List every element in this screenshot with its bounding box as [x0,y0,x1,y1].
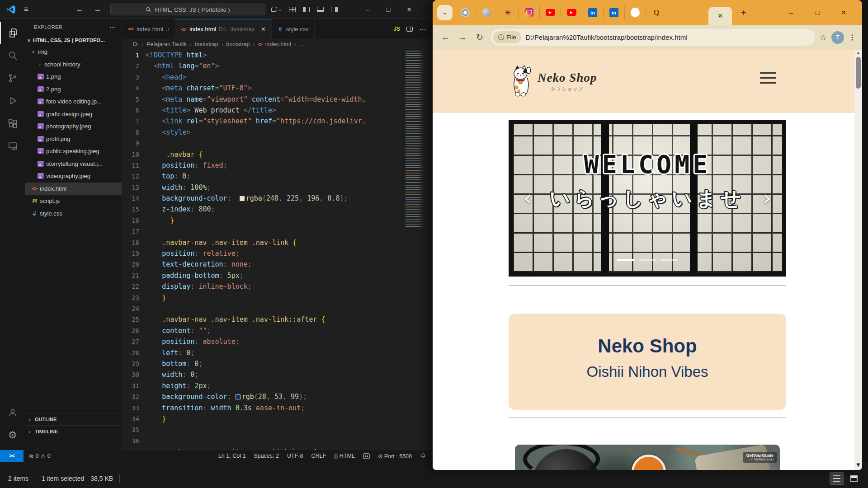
breadcrumb-item[interactable]: ... [299,41,304,47]
run-js-icon[interactable]: JS [393,26,400,32]
minimize-button[interactable]: – [778,9,804,16]
brand-logo[interactable]: Neko Shop ネコショップ [509,65,597,98]
breadcrumb-item[interactable]: bootstrap [195,41,218,47]
scroll-up-icon[interactable]: ▲ [854,51,862,55]
split-editor-icon[interactable] [406,27,413,32]
file-item-profil-png[interactable]: profil.png [25,133,122,145]
source-control-icon[interactable] [0,67,25,89]
tab-index-html-2[interactable]: <> index.html D:\...\bootstrap ✕ [175,19,272,39]
minimize-button[interactable]: – [357,6,378,13]
tab-style-css[interactable]: # style.css [272,19,315,39]
reload-icon[interactable]: ↻ [473,32,486,42]
file-scheme-chip[interactable]: i File [493,31,521,43]
profile-avatar[interactable]: T [831,31,844,44]
customize-layout-icon[interactable] [289,7,296,12]
browser-preview-icon[interactable] [363,453,370,459]
close-button[interactable]: ✕ [399,6,420,13]
carousel-indicator-2[interactable] [660,259,678,261]
carousel-next-icon[interactable]: › [763,188,771,208]
pinned-tab-chatgpt[interactable]: ✳ [497,6,518,19]
run-debug-icon[interactable] [0,89,25,112]
editor-more-icon[interactable]: ⋯ [419,25,426,33]
carousel-prev-icon[interactable]: ‹ [524,188,532,208]
browser-menu-icon[interactable]: ⋮ [849,33,856,42]
copilot-icon[interactable]: ⌄ [271,7,282,12]
breadcrumb-item[interactable]: Pelajaran Taufik [146,41,187,47]
breadcrumb-item[interactable]: index.html [265,41,291,47]
errors-indicator[interactable]: ⊗0 ⚠0 [29,453,51,460]
new-tab-button[interactable]: + [737,6,750,19]
tab-search-chevron-icon[interactable]: ⌄ [437,5,453,20]
minimap[interactable] [406,51,426,227]
command-center-search[interactable]: HTML, CSS, JS ( Portofolio ) [110,4,265,15]
explorer-more-icon[interactable]: ⋯ [109,23,116,31]
forward-icon[interactable]: → [456,33,469,42]
pinned-tab-instagram[interactable] [518,6,539,19]
menu-hamburger-icon[interactable]: ≡ [24,5,28,14]
file-item-videography-jpeg[interactable]: videography.jpeg [25,170,122,183]
breadcrumb-item[interactable]: bootstrap [226,41,250,47]
toggle-panel-icon[interactable] [317,7,324,12]
tab-index-html-1[interactable]: <> index.html .\ [122,19,175,39]
pinned-tab-quora[interactable]: Q [646,6,667,19]
file-item-school-history[interactable]: ›school history [25,58,122,71]
file-item-2-png[interactable]: 2.png [25,83,122,96]
pinned-tab-linkedin[interactable]: in [603,6,624,19]
settings-icon[interactable]: ⚙ [0,423,25,446]
pinned-tab-github[interactable] [624,6,646,19]
file-item-storrytellung-visual-j-[interactable]: storrytellung visual.j... [25,158,122,170]
close-button[interactable]: ✕ [830,9,857,17]
file-item-script-js[interactable]: JSscript.js [25,195,122,207]
file-item-grafic-design-jpeg[interactable]: grafic design.jpeg [25,108,122,121]
maximize-button[interactable]: □ [804,9,830,16]
toggle-secondary-sidebar-icon[interactable] [331,7,338,12]
status-spaces-2[interactable]: Spaces: 2 [254,453,279,459]
address-bar[interactable]: i File D:/Pelajaran%20Taufik/bootstrap/b… [491,29,815,46]
file-item-img[interactable]: ∨img [25,46,122,58]
search-icon[interactable] [0,44,25,67]
status-utf-8[interactable]: UTF-8 [287,453,303,459]
scrollbar-thumb[interactable] [856,57,861,89]
remote-indicator[interactable]: >< [0,450,24,462]
back-icon[interactable]: ← [439,33,452,42]
carousel-indicator-0[interactable] [617,259,635,261]
pinned-tab-youtube[interactable]: ▶ [561,6,582,19]
bell-icon[interactable] [420,453,426,459]
account-icon[interactable] [0,401,25,423]
navbar-toggler-icon[interactable] [760,72,776,84]
pinned-tab-globe[interactable] [476,6,497,19]
breadcrumb-item[interactable]: D: [133,41,139,47]
scroll-down-icon[interactable]: ▼ [854,461,862,468]
pinned-tab-linkedin[interactable]: in [582,6,603,19]
code-editor[interactable]: 1<!DOCTYPE html>2 <html lang="en">3 <hea… [122,50,433,450]
pinned-tab-chrome[interactable] [454,6,476,19]
bookmark-star-icon[interactable]: ☆ [820,33,827,42]
close-tab-icon[interactable]: ✕ [717,12,723,19]
toggle-sidebar-icon[interactable] [303,7,310,12]
explorer-icon[interactable] [0,22,25,44]
remote-explorer-icon[interactable] [0,135,25,157]
page-scrollbar[interactable]: ▲ ▼ [854,50,862,470]
maximize-button[interactable]: □ [378,6,399,13]
project-root-folder[interactable]: ∨ HTML, CSS, JS ( PORTOFO... [25,35,122,46]
file-item-index-html[interactable]: <>index.html [25,183,122,195]
pinned-tab-youtube[interactable]: ▶ [539,6,561,19]
details-view-button[interactable] [830,473,844,484]
status-ln-1-col-1[interactable]: Ln 1, Col 1 [218,453,245,459]
extensions-icon[interactable] [0,112,25,135]
status-port-5500[interactable]: ⊘ Port : 5500 [378,453,412,460]
forward-icon[interactable]: → [94,5,101,14]
file-item-1-png[interactable]: 1.png [25,70,122,83]
file-item-style-css[interactable]: #style.css [25,207,122,220]
status-crlf[interactable]: CRLF [311,453,326,459]
thumbnail-view-button[interactable] [847,473,861,484]
carousel-indicator-1[interactable] [639,259,656,261]
status-html[interactable]: {} HTML [334,453,355,459]
back-icon[interactable]: ← [76,5,84,14]
file-item-foto-video-editing-jp-[interactable]: foto video editing.jp... [25,95,122,108]
section-outline[interactable]: ›OUTLINE [25,413,122,425]
close-tab-icon[interactable]: ✕ [261,26,266,33]
section-timeline[interactable]: ›TIMELINE [25,425,122,437]
active-tab[interactable]: ✕ [708,7,732,25]
file-item-photography-jpeg[interactable]: photography.jpeg [25,120,122,133]
